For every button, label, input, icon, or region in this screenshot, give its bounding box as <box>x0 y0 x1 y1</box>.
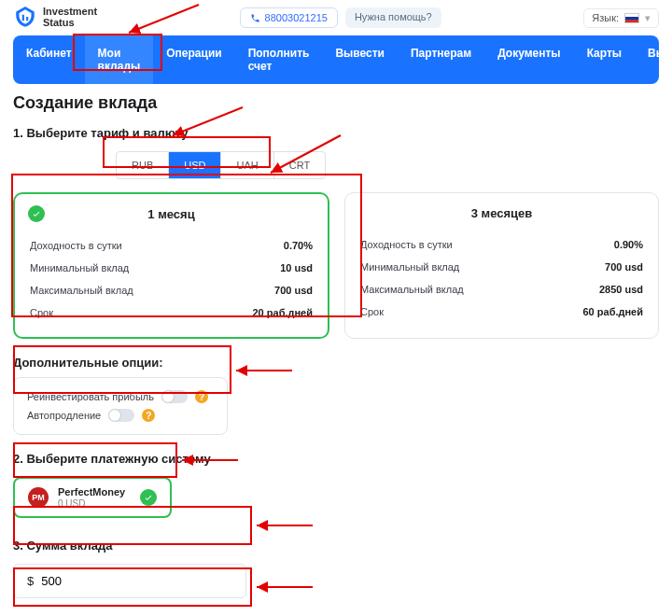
currency-tabs: RUB USD UAH CRT <box>116 151 326 179</box>
selected-check-icon <box>28 205 45 222</box>
plan-title: 1 месяц <box>30 207 313 221</box>
plan-min-value: 10 usd <box>280 262 313 273</box>
nav-item-documents[interactable]: Документы <box>484 35 573 84</box>
amount-input-group: $ <box>13 564 246 598</box>
phone-badge[interactable]: 88003021215 <box>240 7 338 28</box>
options-box: Реинвестировать прибыль ? Автопродление … <box>13 377 228 435</box>
currency-tab-rub[interactable]: RUB <box>117 152 169 178</box>
nav-item-operations[interactable]: Операции <box>153 35 234 84</box>
currency-tab-usd[interactable]: USD <box>169 152 221 178</box>
lang-label: Язык: <box>592 12 619 23</box>
nav-item-cards[interactable]: Карты <box>574 35 635 84</box>
selected-check-icon <box>140 489 157 506</box>
payment-system-perfectmoney[interactable]: PM PerfectMoney 0 USD <box>13 477 172 518</box>
phone-icon <box>250 13 260 23</box>
plan-term-label: Срок <box>360 306 384 317</box>
header-center: 88003021215 Нужна помощь? <box>106 7 574 28</box>
nav-item-withdraw[interactable]: Вывести <box>322 35 398 84</box>
perfectmoney-logo-icon: PM <box>28 487 49 508</box>
page-title: Создание вклада <box>13 93 659 113</box>
nav-item-topup[interactable]: Пополнить счет <box>235 35 323 84</box>
plan-min-label: Минимальный вклад <box>30 262 129 273</box>
option-autorenew-label: Автопродление <box>27 410 101 421</box>
step3-heading: 3. Сумма вклада <box>13 539 659 553</box>
plan-daily-value: 0.70% <box>284 240 313 251</box>
nav-item-logout[interactable]: Выход <box>635 35 659 84</box>
plan-daily-label: Доходность в сутки <box>30 240 122 251</box>
reinvest-toggle[interactable] <box>161 390 188 403</box>
chevron-down-icon: ▾ <box>645 12 651 24</box>
amount-input[interactable] <box>41 574 232 588</box>
option-reinvest-label: Реинвестировать прибыль <box>27 391 154 402</box>
help-icon[interactable]: ? <box>195 390 208 403</box>
plan-max-label: Максимальный вклад <box>30 285 133 296</box>
nav-item-partners[interactable]: Партнерам <box>398 35 484 84</box>
plan-max-value: 2850 usd <box>599 284 643 295</box>
plan-term-value: 60 раб.дней <box>583 306 644 317</box>
options-heading: Дополнительные опции: <box>13 356 659 370</box>
plan-max-label: Максимальный вклад <box>360 284 464 295</box>
phone-number: 88003021215 <box>265 12 328 23</box>
plan-cards: 1 месяц Доходность в сутки0.70% Минималь… <box>13 192 659 339</box>
brand-text: InvestmentStatus <box>43 7 97 28</box>
nav-item-cabinet[interactable]: Кабинет <box>13 35 85 84</box>
plan-card-1month[interactable]: 1 месяц Доходность в сутки0.70% Минималь… <box>13 192 329 339</box>
step2-heading: 2. Выберите платежную систему <box>13 452 659 466</box>
autorenew-toggle[interactable] <box>108 409 134 422</box>
paysys-name: PerfectMoney <box>58 486 125 498</box>
option-reinvest: Реинвестировать прибыль ? <box>27 387 214 406</box>
flag-ru-icon <box>624 13 639 23</box>
plan-min-value: 700 usd <box>605 261 643 273</box>
plan-term-value: 20 раб.дней <box>253 307 314 318</box>
header: InvestmentStatus 88003021215 Нужна помощ… <box>0 0 672 35</box>
paysys-balance: 0 USD <box>58 498 125 509</box>
step1-heading: 1. Выберите тариф и валюту <box>13 126 659 140</box>
plan-term-label: Срок <box>30 307 53 318</box>
help-button[interactable]: Нужна помощь? <box>345 7 441 28</box>
plan-min-label: Минимальный вклад <box>360 261 459 273</box>
currency-symbol: $ <box>27 574 34 588</box>
help-icon[interactable]: ? <box>142 409 155 422</box>
currency-tab-uah[interactable]: UAH <box>221 152 273 178</box>
brand: InvestmentStatus <box>13 6 97 30</box>
option-autorenew: Автопродление ? <box>27 406 214 425</box>
logo-icon <box>13 6 37 30</box>
language-selector[interactable]: Язык: ▾ <box>583 8 659 28</box>
plan-daily-label: Доходность в сутки <box>360 239 453 250</box>
plan-card-3month[interactable]: 3 месяцев Доходность в сутки0.90% Минима… <box>344 192 659 339</box>
main-nav: Кабинет Мои вклады Операции Пополнить сч… <box>13 35 659 84</box>
plan-title: 3 месяцев <box>360 206 643 220</box>
plan-daily-value: 0.90% <box>614 239 643 250</box>
plan-max-value: 700 usd <box>274 285 313 296</box>
nav-item-deposits[interactable]: Мои вклады <box>85 35 154 84</box>
currency-tab-crt[interactable]: CRT <box>274 152 325 178</box>
